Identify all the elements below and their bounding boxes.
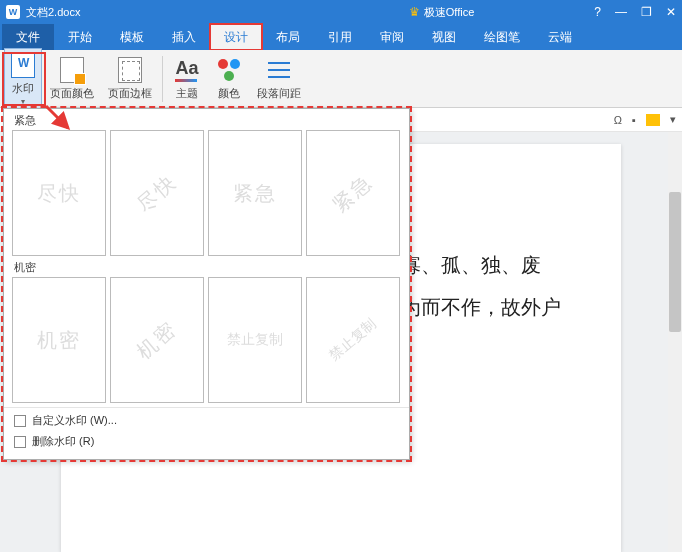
tab-file[interactable]: 文件	[2, 24, 54, 50]
tab-reference[interactable]: 引用	[314, 24, 366, 50]
watermark-label: 水印	[12, 81, 34, 96]
watermark-option-nocopy-d[interactable]: 禁止复制	[306, 277, 400, 403]
pagecolor-icon	[60, 57, 84, 83]
pageborder-button[interactable]: 页面边框	[102, 54, 158, 103]
remove-watermark-item[interactable]: 删除水印 (R)	[4, 431, 409, 452]
watermark-option-nocopy-h[interactable]: 禁止复制	[208, 277, 302, 403]
app-brand: ♛ 极速Office	[409, 5, 475, 20]
color-icon	[216, 57, 242, 83]
spacing-button[interactable]: 段落间距	[251, 54, 307, 103]
tab-pen[interactable]: 绘图笔	[470, 24, 534, 50]
color-label: 颜色	[218, 86, 240, 101]
dropdown-grid-secret: 机密 机密 禁止复制 禁止复制	[4, 277, 409, 403]
pageborder-label: 页面边框	[108, 86, 152, 101]
tab-template[interactable]: 模板	[106, 24, 158, 50]
spacing-label: 段落间距	[257, 86, 301, 101]
highlight-button[interactable]	[646, 114, 660, 126]
color-button[interactable]: 颜色	[209, 54, 249, 103]
chevron-down-icon: ▾	[21, 97, 25, 106]
watermark-option-jimi-d[interactable]: 机密	[110, 277, 204, 403]
tab-cloud[interactable]: 云端	[534, 24, 586, 50]
tab-start[interactable]: 开始	[54, 24, 106, 50]
symbol-button[interactable]: Ω	[614, 114, 622, 126]
spacing-icon	[268, 59, 290, 81]
pageborder-icon	[118, 57, 142, 83]
dropdown-footer: 自定义水印 (W)... 删除水印 (R)	[4, 407, 409, 454]
titlebar: W 文档2.docx ♛ 极速Office ? — ❐ ✕	[0, 0, 682, 24]
watermark-option-jinji-d[interactable]: 紧急	[306, 130, 400, 256]
vertical-scrollbar[interactable]	[668, 132, 682, 552]
dropdown-grid-urgent: 尽快 尽快 紧急 紧急	[4, 130, 409, 256]
tab-layout[interactable]: 布局	[262, 24, 314, 50]
watermark-option-jinkuai-h[interactable]: 尽快	[12, 130, 106, 256]
watermark-icon	[11, 52, 35, 78]
ribbon: 水印 ▾ 页面颜色 页面边框 Aa 主题 颜色 段落间距	[0, 50, 682, 108]
dropdown-section-secret: 机密	[4, 256, 409, 277]
qb-dropdown[interactable]: ▾	[670, 113, 676, 126]
pagecolor-label: 页面颜色	[50, 86, 94, 101]
doc-icon: W	[6, 5, 20, 19]
remove-watermark-icon	[14, 436, 26, 448]
brand-text: 极速Office	[424, 5, 475, 20]
separator	[162, 56, 163, 102]
tab-insert[interactable]: 插入	[158, 24, 210, 50]
watermark-button[interactable]: 水印 ▾	[4, 48, 42, 109]
close-button[interactable]: ✕	[666, 5, 676, 19]
dropdown-section-urgent: 紧急	[4, 109, 409, 130]
watermark-option-jimi-h[interactable]: 机密	[12, 277, 106, 403]
crown-icon: ♛	[409, 5, 420, 19]
custom-watermark-icon	[14, 415, 26, 427]
theme-button[interactable]: Aa 主题	[167, 54, 207, 103]
help-button[interactable]: ?	[594, 5, 601, 19]
watermark-option-jinkuai-d[interactable]: 尽快	[110, 130, 204, 256]
pagecolor-button[interactable]: 页面颜色	[44, 54, 100, 103]
remove-watermark-label: 删除水印 (R)	[32, 434, 94, 449]
minimize-button[interactable]: —	[615, 5, 627, 19]
tab-view[interactable]: 视图	[418, 24, 470, 50]
theme-label: 主题	[176, 86, 198, 101]
scrollbar-thumb[interactable]	[669, 192, 681, 332]
tab-review[interactable]: 审阅	[366, 24, 418, 50]
theme-icon: Aa	[173, 56, 201, 84]
document-title: 文档2.docx	[26, 5, 80, 20]
qb-sep1[interactable]: ▪	[632, 114, 636, 126]
custom-watermark-item[interactable]: 自定义水印 (W)...	[4, 410, 409, 431]
maximize-button[interactable]: ❐	[641, 5, 652, 19]
watermark-option-jinji-h[interactable]: 紧急	[208, 130, 302, 256]
tab-design[interactable]: 设计	[210, 24, 262, 50]
menubar: 文件 开始 模板 插入 设计 布局 引用 审阅 视图 绘图笔 云端	[0, 24, 682, 50]
custom-watermark-label: 自定义水印 (W)...	[32, 413, 117, 428]
watermark-dropdown: 紧急 尽快 尽快 紧急 紧急 机密 机密 机密 禁止复制 禁止复制 自定义水印 …	[3, 108, 410, 460]
